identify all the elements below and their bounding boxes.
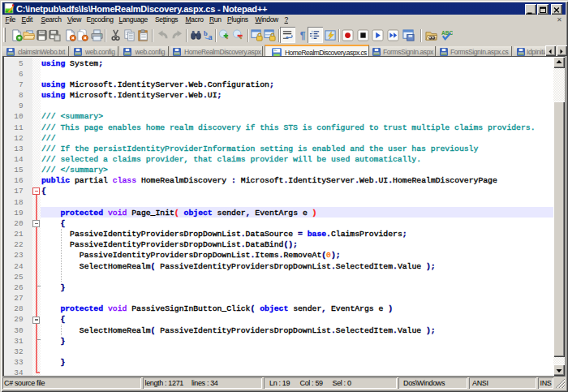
svg-text:b: b: [204, 29, 208, 37]
svg-text:¶: ¶: [300, 30, 306, 41]
svg-text:ABC: ABC: [441, 29, 453, 35]
